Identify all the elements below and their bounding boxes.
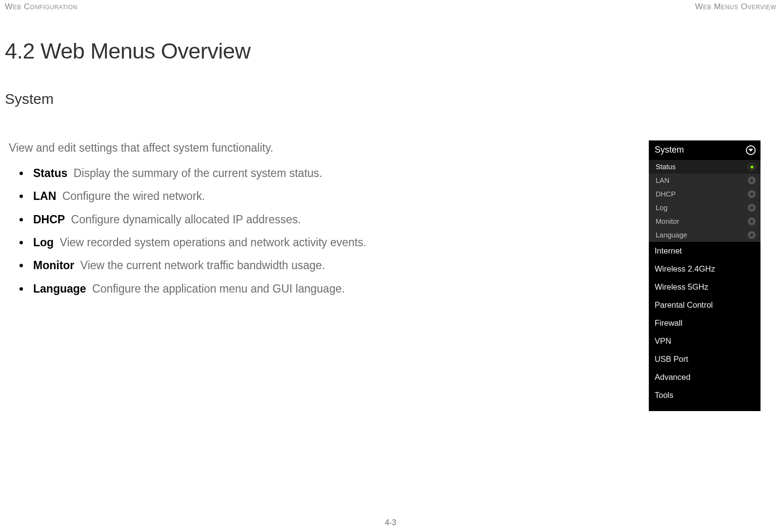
radio-icon [748,163,756,171]
radio-icon [748,204,756,212]
desc: Configure dynamically allocated IP addre… [71,213,301,226]
menu-item-internet[interactable]: Internet [649,242,761,260]
desc: Configure the application menu and GUI l… [92,282,345,295]
header-right: Web Menus Overview [695,2,776,12]
desc: View the current network traffic bandwid… [80,259,325,272]
term: DHCP [33,213,65,226]
term: LAN [33,190,56,202]
radio-icon [748,177,756,184]
submenu-item-monitor[interactable]: Monitor [649,215,761,228]
submenu: Status LAN DHCP Log Monitor Language [649,160,761,242]
submenu-item-status[interactable]: Status [649,160,761,174]
page-title: 4.2 Web Menus Overview [5,39,781,64]
submenu-item-log[interactable]: Log [649,201,761,215]
menu-item-wireless-5[interactable]: Wireless 5GHz [649,278,761,296]
submenu-label: LAN [656,177,669,184]
intro-text: View and edit settings that affect syste… [9,141,629,155]
page-number: 4-3 [0,518,781,527]
submenu-item-language[interactable]: Language [649,228,761,242]
menu-item-tools[interactable]: Tools [649,386,761,404]
submenu-item-dhcp[interactable]: DHCP [649,187,761,201]
menu-header-label: System [655,145,684,155]
list-item: DHCP Configure dynamically allocated IP … [33,212,629,228]
chevron-down-icon [746,145,756,155]
submenu-label: DHCP [656,190,676,198]
submenu-label: Status [656,163,676,171]
term: Log [33,236,54,249]
term: Monitor [33,259,74,272]
radio-icon [748,190,756,198]
desc: Configure the wired network. [62,190,205,202]
list-item: Language Configure the application menu … [33,281,629,297]
menu-item-advanced[interactable]: Advanced [649,368,761,386]
section-title: System [5,91,781,107]
header-left: Web Configuration [5,2,78,12]
text-column: View and edit settings that affect syste… [9,141,629,304]
desc: View recorded system operations and netw… [60,236,367,249]
submenu-label: Log [656,204,667,212]
menu-item-usb[interactable]: USB Port [649,350,761,368]
term: Language [33,282,86,295]
submenu-label: Language [656,231,687,239]
term: Status [33,167,67,179]
definition-list: Status Display the summary of the curren… [9,165,629,297]
menu-screenshot: System Status LAN DHCP Log Monitor [649,140,761,411]
list-item: Monitor View the current network traffic… [33,257,629,274]
menu-item-vpn[interactable]: VPN [649,332,761,350]
list-item: Log View recorded system operations and … [33,235,629,251]
radio-icon [748,217,756,225]
submenu-label: Monitor [656,217,679,225]
menu-item-parental[interactable]: Parental Control [649,296,761,314]
radio-icon [748,231,756,239]
list-item: Status Display the summary of the curren… [33,165,629,181]
submenu-item-lan[interactable]: LAN [649,174,761,187]
menu-item-firewall[interactable]: Firewall [649,314,761,332]
list-item: LAN Configure the wired network. [33,188,629,204]
running-header: Web Configuration Web Menus Overview [0,0,781,12]
desc: Display the summary of the current syste… [74,167,322,179]
menu-section-system[interactable]: System [649,140,761,160]
menu-item-wireless-24[interactable]: Wireless 2.4GHz [649,260,761,278]
